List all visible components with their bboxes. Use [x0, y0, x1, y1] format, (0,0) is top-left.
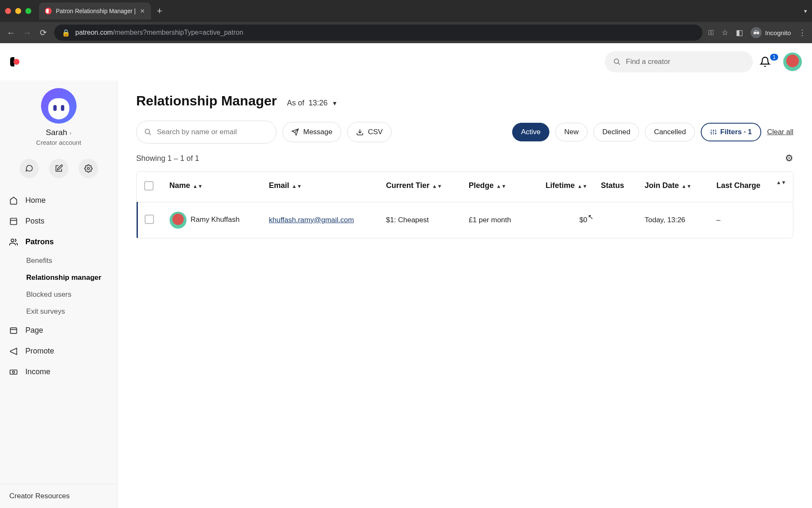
page-title: Relationship Manager	[136, 93, 277, 109]
url-box[interactable]: 🔒 patreon.com/members?membershipType=act…	[54, 25, 702, 41]
svg-point-0	[614, 59, 619, 64]
notifications-button[interactable]: 1	[760, 56, 776, 67]
creator-avatar[interactable]	[41, 88, 77, 124]
global-search-placeholder: Find a creator	[626, 58, 670, 66]
tab-title: Patron Relationship Manager |	[56, 8, 136, 14]
csv-button[interactable]: CSV	[347, 122, 392, 142]
svg-point-10	[145, 129, 150, 134]
nav-label: Page	[25, 326, 43, 335]
nav-home[interactable]: Home	[0, 190, 117, 211]
address-bar: ← → ⟳ 🔒 patreon.com/members?membershipTy…	[0, 22, 812, 43]
settings-button[interactable]	[79, 159, 98, 178]
edit-button[interactable]	[49, 159, 69, 178]
incognito-icon: 🕶	[751, 27, 762, 38]
member-avatar	[170, 212, 187, 229]
forward-button[interactable]: →	[22, 28, 32, 38]
tabs-menu-icon[interactable]: ▾	[804, 8, 807, 14]
new-tab-button[interactable]: +	[157, 6, 162, 17]
svg-rect-8	[10, 370, 17, 374]
close-tab-icon[interactable]: ✕	[140, 8, 145, 14]
message-button[interactable]: Message	[283, 122, 341, 142]
patrons-icon	[9, 238, 19, 246]
col-join[interactable]: Join Date▲▼	[638, 172, 710, 202]
url-text: patreon.com/members?membershipType=activ…	[75, 29, 243, 36]
svg-rect-3	[11, 218, 17, 224]
select-all-checkbox[interactable]	[144, 181, 154, 190]
table-row[interactable]: Ramy Khuffash khuffash.ramy@gmail.com $1…	[137, 202, 793, 238]
filter-chip-active[interactable]: Active	[512, 123, 549, 141]
col-last-charge[interactable]: Last Charge▲▼	[710, 172, 793, 202]
eye-off-icon[interactable]: 👁̸	[708, 28, 714, 37]
nav-promote[interactable]: Promote	[0, 341, 117, 362]
subnav-benefits[interactable]: Benefits	[0, 252, 117, 269]
member-lifetime: $0	[528, 202, 594, 238]
svg-point-2	[87, 168, 89, 170]
minimize-window-icon[interactable]	[15, 8, 21, 14]
global-search[interactable]: Find a creator	[605, 51, 753, 72]
sort-icon: ▲▼	[776, 181, 786, 184]
nav-patrons[interactable]: Patrons	[0, 232, 117, 252]
maximize-window-icon[interactable]	[25, 8, 31, 14]
col-status[interactable]: Status	[594, 172, 638, 202]
member-search-placeholder: Search by name or email	[157, 128, 237, 136]
col-email[interactable]: Email▲▼	[262, 172, 379, 202]
patreon-favicon-icon	[45, 8, 52, 14]
back-button[interactable]: ←	[6, 28, 16, 38]
clear-all-link[interactable]: Clear all	[767, 128, 793, 136]
browser-tab[interactable]: Patron Relationship Manager | ✕	[39, 3, 151, 19]
svg-line-11	[149, 133, 151, 135]
nav-income[interactable]: Income	[0, 362, 117, 382]
send-icon	[291, 128, 299, 136]
extensions-icon[interactable]: ◧	[736, 28, 743, 37]
table-settings-button[interactable]: ⚙	[785, 153, 793, 164]
filter-chip-declined[interactable]: Declined	[593, 123, 639, 141]
member-email-link[interactable]: khuffash.ramy@gmail.com	[269, 216, 354, 224]
promote-icon	[9, 347, 19, 356]
search-icon	[613, 58, 621, 66]
posts-icon	[9, 217, 19, 226]
svg-point-5	[11, 239, 14, 242]
col-lifetime[interactable]: Lifetime▲▼	[528, 172, 594, 202]
row-checkbox[interactable]	[145, 215, 154, 224]
col-tier[interactable]: Current Tier▲▼	[379, 172, 462, 202]
members-table: Name▲▼ Email▲▼ Current Tier▲▼ Pledge▲▼ L…	[136, 171, 793, 238]
filter-chip-cancelled[interactable]: Cancelled	[645, 123, 695, 141]
sort-icon: ▲▼	[432, 185, 442, 188]
subnav-exit-surveys[interactable]: Exit surveys	[0, 303, 117, 320]
chat-button[interactable]	[19, 159, 39, 178]
nav-page[interactable]: Page	[0, 320, 117, 341]
sort-icon: ▲▼	[496, 185, 506, 188]
sort-icon: ▲▼	[681, 185, 691, 188]
incognito-label: Incognito	[765, 29, 791, 36]
url-path: /members?membershipType=active_patron	[113, 29, 243, 36]
subnav-relationship-manager[interactable]: Relationship manager	[0, 269, 117, 286]
nav-label: Patrons	[25, 237, 54, 246]
subnav-blocked-users[interactable]: Blocked users	[0, 286, 117, 303]
nav-posts[interactable]: Posts	[0, 211, 117, 232]
button-label: CSV	[368, 128, 383, 136]
member-last-charge: –	[710, 202, 793, 238]
filter-chip-new[interactable]: New	[555, 123, 587, 141]
user-avatar[interactable]	[783, 52, 802, 71]
close-window-icon[interactable]	[5, 8, 11, 14]
patreon-logo-icon[interactable]	[10, 56, 21, 67]
quick-actions	[0, 159, 117, 178]
app-topbar: Find a creator 1	[0, 43, 812, 80]
search-icon	[144, 128, 152, 136]
incognito-badge: 🕶 Incognito	[751, 27, 791, 38]
main-content: Relationship Manager As of 13:26 ▼ Searc…	[118, 43, 812, 508]
filters-button[interactable]: Filters · 1	[701, 123, 761, 141]
col-name[interactable]: Name▲▼	[163, 172, 262, 202]
star-icon[interactable]: ☆	[721, 28, 728, 37]
col-pledge[interactable]: Pledge▲▼	[462, 172, 528, 202]
sidebar-footer-link[interactable]: Creator Resources	[0, 484, 117, 508]
download-icon	[356, 128, 364, 136]
member-search-input[interactable]: Search by name or email	[136, 121, 277, 144]
tab-strip: Patron Relationship Manager | ✕ + ▾	[0, 0, 812, 22]
page-header: Relationship Manager As of 13:26 ▼	[136, 93, 793, 109]
asof-dropdown[interactable]: As of 13:26 ▼	[287, 99, 338, 108]
reload-button[interactable]: ⟳	[38, 28, 48, 38]
kebab-menu-icon[interactable]: ⋮	[798, 28, 806, 37]
home-icon	[9, 196, 19, 205]
nav-label: Promote	[25, 347, 54, 356]
